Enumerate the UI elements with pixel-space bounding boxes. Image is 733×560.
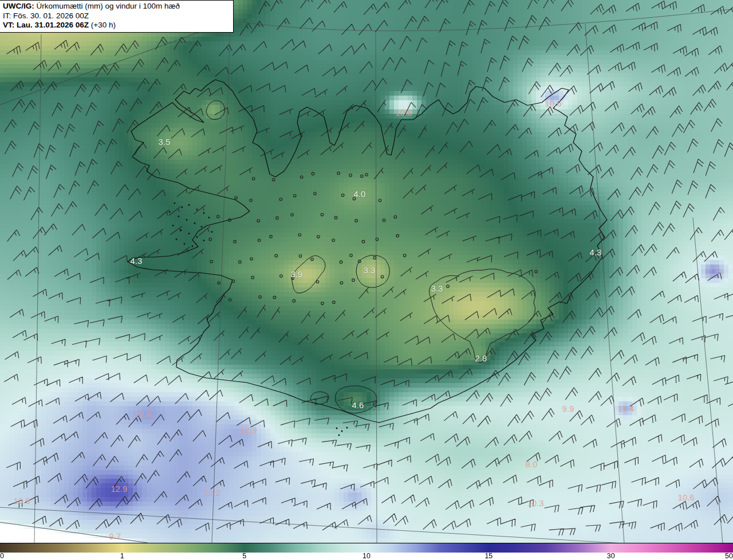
graticule-line — [34, 34, 41, 543]
island-dot — [176, 239, 178, 240]
valid-time: VT: Lau. 31.01.2026 06Z — [3, 21, 89, 29]
calm-wind-icon — [447, 285, 450, 288]
calm-wind-icon — [379, 199, 381, 202]
calm-wind-icon — [312, 172, 314, 175]
island-dot — [346, 427, 348, 429]
calm-wind-icon — [350, 254, 353, 257]
colorbar-tick: 1 — [120, 552, 124, 560]
calm-wind-icon — [332, 239, 335, 242]
calm-wind-icon — [298, 234, 301, 236]
calm-wind-icon — [349, 174, 352, 177]
calm-wind-icon — [383, 219, 385, 222]
calm-wind-icon — [311, 258, 314, 261]
calm-wind-icon — [316, 281, 319, 283]
calm-wind-icon — [314, 192, 317, 195]
product-title: Úrkomumætti (mm) og vindur i 100m hæð — [37, 2, 180, 10]
graticule-line — [376, 33, 377, 543]
island-dot — [192, 246, 194, 247]
colorbar-tick: 10 — [362, 552, 371, 560]
calm-wind-icon — [259, 295, 262, 298]
glacier-outline-langjokull — [292, 255, 325, 293]
calm-wind-icon — [279, 198, 282, 201]
calm-wind-icon — [340, 282, 343, 285]
calm-wind-icon — [228, 298, 231, 301]
valid-line: VT: Lau. 31.01.2026 06Z (+30 h) — [3, 21, 229, 30]
calm-wind-icon — [373, 257, 376, 259]
island-dot — [203, 240, 205, 242]
calm-wind-icon — [291, 277, 294, 280]
calm-wind-icon — [341, 194, 344, 197]
calm-wind-icon — [258, 239, 261, 242]
colorbar-tick: 15 — [484, 552, 492, 560]
domain-edge-line — [0, 522, 148, 543]
calm-wind-icon — [293, 299, 295, 302]
glacier-outline-vatnajokull — [429, 269, 535, 363]
calm-wind-icon — [355, 219, 358, 222]
calm-wind-icon — [250, 258, 253, 261]
colorbar-gradient — [0, 543, 733, 553]
init-time: IT: Fös. 30. 01. 2026 00Z — [3, 11, 229, 21]
calm-wind-icon — [299, 255, 302, 258]
island-dot — [188, 233, 190, 235]
island-dot — [208, 217, 210, 219]
calm-wind-icon — [337, 172, 340, 175]
island-dot — [172, 225, 174, 227]
island-dot — [196, 209, 198, 211]
calm-wind-icon — [321, 302, 324, 305]
island-dot — [188, 204, 190, 206]
calm-wind-icon — [300, 176, 303, 179]
calm-wind-icon — [396, 234, 399, 237]
colorbar-ticks: 01510153050 — [0, 553, 733, 560]
weather-chart-page: { "header": { "model": "UWC/IG:", "title… — [0, 0, 733, 560]
island-dot — [203, 212, 205, 214]
island-dot — [169, 211, 171, 213]
calm-wind-icon — [365, 173, 368, 176]
calm-wind-icon — [353, 198, 356, 200]
graticule-line — [585, 24, 624, 543]
colorbar-tick: 5 — [242, 552, 246, 560]
island-dot — [174, 203, 176, 204]
calm-wind-icon — [270, 235, 273, 238]
island-dot — [194, 223, 196, 224]
island-dot — [201, 226, 203, 228]
island-dot — [338, 435, 340, 436]
calm-wind-icon — [235, 196, 238, 199]
calm-wind-icon — [275, 254, 278, 257]
valid-offset: (+30 h) — [91, 21, 116, 29]
glacier-outline-hofsjokull — [356, 255, 389, 287]
calm-wind-icon — [218, 282, 220, 285]
calm-wind-icon — [362, 240, 365, 243]
calm-wind-icon — [250, 199, 253, 202]
title-box: UWC/IG: Úrkomumætti (mm) og vindur i 100… — [0, 0, 234, 33]
island-dot — [184, 243, 186, 245]
calm-wind-icon — [210, 261, 213, 263]
calm-wind-icon — [340, 261, 342, 263]
calm-wind-icon — [321, 214, 324, 216]
calm-wind-icon — [273, 179, 275, 182]
island-dot — [211, 231, 213, 233]
calm-wind-icon — [403, 254, 406, 257]
graticule-line — [693, 218, 723, 543]
calm-wind-icon — [280, 275, 283, 278]
calm-wind-icon — [381, 275, 384, 278]
calm-wind-icon — [394, 216, 397, 219]
glacier-outline-drangajokull — [206, 101, 224, 120]
model-label: UWC/IG: — [3, 2, 34, 10]
map-overlay — [0, 0, 733, 543]
island-dot — [196, 236, 198, 238]
calm-wind-icon — [352, 279, 355, 282]
island-dot — [341, 431, 343, 432]
island-dot — [336, 428, 338, 429]
calm-wind-icon — [293, 195, 296, 198]
calm-wind-icon — [317, 235, 320, 238]
title-line: UWC/IG: Úrkomumætti (mm) og vindur i 100… — [3, 2, 229, 11]
weather-map: 3.54.04.33.93.33.34.32.84.610.810.611.91… — [0, 0, 733, 543]
calm-wind-icon — [216, 215, 219, 218]
wind-barbs — [4, 0, 733, 535]
colorbar-tick: 30 — [607, 552, 615, 560]
calm-wind-icon — [291, 214, 294, 216]
calm-wind-icon — [209, 238, 212, 241]
calm-wind-icon — [361, 175, 364, 178]
island-dot — [182, 207, 183, 208]
calm-wind-icon — [333, 301, 336, 304]
